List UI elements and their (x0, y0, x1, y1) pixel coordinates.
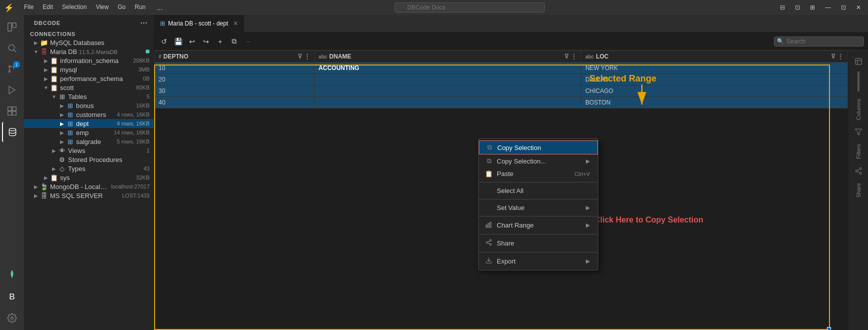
copy-button[interactable]: ⧉ (228, 36, 240, 48)
settings-activity-icon[interactable] (2, 308, 22, 328)
svg-point-31 (855, 170, 857, 172)
window-close[interactable]: ✕ (853, 3, 864, 12)
sidebar-content: CONNECTIONS 📁 MySQL Databases 🗄 Maria DB… (24, 29, 154, 330)
layout-icon[interactable] (851, 54, 865, 68)
sidebar-item-emp[interactable]: ⊞ emp 14 rows, 16KB (24, 128, 154, 137)
undo-button[interactable]: ↩ (186, 36, 198, 48)
table-row[interactable]: 20 DALLAS (155, 74, 848, 86)
sidebar-item-mysql-db[interactable]: 📋 mysql 3MB (24, 65, 154, 74)
search-wrap: 🔍 (774, 36, 864, 46)
mongo-activity-icon[interactable] (2, 264, 22, 284)
extensions-activity-icon[interactable] (2, 101, 22, 121)
loc-filter-icon[interactable]: ⊽ (831, 53, 835, 60)
redo-button[interactable]: ↪ (200, 36, 212, 48)
ctx-item-copy-selection[interactable]: ⧉ Copy Selection (479, 140, 598, 154)
ctx-item-share[interactable]: Share (479, 236, 598, 250)
customers-table-icon: ⊞ (66, 110, 74, 118)
table-row[interactable]: 30 CHICAGO (155, 86, 848, 97)
sidebar-item-mongodb[interactable]: 🍃 MongoDB - Localhost localhost:27017 (24, 182, 154, 191)
paste-shortcut: Ctrl+V (574, 171, 590, 177)
sidebar-item-customers[interactable]: ⊞ customers 4 rows, 16KB (24, 110, 154, 119)
ctx-item-select-all[interactable]: Select All (479, 184, 598, 197)
save-button[interactable]: 💾 (172, 36, 184, 48)
sidebar-item-information-schema[interactable]: 📋 information_schema 208KB (24, 56, 154, 65)
sidebar-item-tables[interactable]: ⊞ Tables 5 (24, 92, 154, 101)
info-schema-meta: 208KB (133, 58, 150, 64)
ctx-separator-5 (479, 252, 598, 252)
filter-panel-icon[interactable] (851, 125, 865, 139)
source-control-activity-icon[interactable]: 1 (2, 59, 22, 79)
sidebar-item-stored-procedures[interactable]: ⚙ Stored Procedures (24, 155, 154, 164)
dbcode-activity-icon[interactable] (2, 122, 22, 142)
table-search-input[interactable] (774, 36, 864, 46)
window-maximize[interactable]: ⊡ (838, 3, 849, 12)
share-panel-icon[interactable] (851, 164, 865, 178)
sidebar-item-scott[interactable]: 📋 scott 80KB (24, 83, 154, 92)
sidebar-more-button[interactable]: ··· (141, 19, 148, 27)
sidebar-item-types[interactable]: ◇ Types 43 (24, 164, 154, 173)
sidebar-item-salgrade[interactable]: ⊞ salgrade 5 rows, 16KB (24, 137, 154, 146)
svg-line-3 (14, 50, 17, 52)
search-activity-icon[interactable] (2, 38, 22, 58)
sidebar-item-performance-schema[interactable]: 📋 performance_schema 0B (24, 74, 154, 83)
sidebar-item-sys[interactable]: 📋 sys 32KB (24, 173, 154, 182)
deptno-type-icon: # (159, 54, 162, 60)
perf-schema-icon: 📋 (50, 74, 58, 82)
ctx-item-copy-selection-opts[interactable]: ⧉ Copy Selection... ▶ (479, 154, 598, 168)
svg-point-4 (9, 66, 10, 67)
ctx-item-paste[interactable]: 📋 Paste Ctrl+V (479, 168, 598, 180)
menu-view[interactable]: View (92, 2, 113, 12)
sidebar-item-bonus[interactable]: ⊞ bonus 16KB (24, 101, 154, 110)
tab-close-button[interactable]: ✕ (233, 20, 238, 27)
sidebar-item-mssql[interactable]: 🗄 MS SQL SERVER LOST:1433 (24, 191, 154, 200)
menu-run[interactable]: Run (131, 2, 150, 12)
sidebar-item-dept[interactable]: ⊞ dept 4 rows, 16KB (24, 119, 154, 128)
ctx-item-chart-range[interactable]: Chart Range ▶ (479, 218, 598, 232)
window-minimize[interactable]: — (822, 3, 834, 12)
explorer-activity-icon[interactable] (2, 17, 22, 37)
sidebar-title: DBCODE (34, 20, 61, 26)
content-area: ⊞ Maria DB - scott - dept ✕ ↺ 💾 ↩ ↪ + ⧉ … (154, 15, 868, 330)
filters-panel-button[interactable]: Filters (853, 140, 863, 163)
delete-button[interactable]: − (242, 36, 254, 48)
tab-mariadb-dept[interactable]: ⊞ Maria DB - scott - dept ✕ (154, 15, 245, 32)
layout-toggle[interactable]: ⊟ (777, 3, 788, 12)
titlebar: ⚡ File Edit Selection View Go Run ... 🔍 … (0, 0, 868, 15)
loc-more-icon[interactable]: ⋮ (837, 53, 843, 60)
menu-selection[interactable]: Selection (58, 2, 91, 12)
sys-meta: 32KB (136, 174, 150, 180)
ctx-item-set-value[interactable]: Set Value ▶ (479, 202, 598, 214)
svg-rect-19 (490, 222, 491, 228)
table-row[interactable]: 10 ACCOUNTING NEW YORK (155, 62, 848, 74)
menu-more[interactable]: ... (153, 2, 167, 12)
sidebar-item-mysql[interactable]: 📁 MySQL Databases (24, 38, 154, 47)
bonus-meta: 16KB (136, 102, 150, 108)
col-header-loc: abc LOC ⊽ ⋮ (581, 51, 847, 62)
svg-point-30 (859, 168, 861, 170)
layout-split[interactable]: ⊡ (792, 3, 803, 12)
columns-panel-button[interactable]: Columns (853, 94, 863, 124)
mariadb-connected-dot (146, 50, 150, 54)
svg-point-5 (9, 70, 10, 72)
dname-filter-icon[interactable]: ⊽ (564, 53, 569, 60)
refresh-button[interactable]: ↺ (158, 36, 170, 48)
account-activity-icon[interactable]: B (2, 287, 22, 307)
sidebar-item-mariadb[interactable]: 🗄 Maria DB 11.5.2-MariaDB (24, 47, 154, 56)
bonus-chevron-icon (58, 102, 66, 110)
menu-edit[interactable]: Edit (39, 2, 57, 12)
menu-file[interactable]: File (20, 2, 38, 12)
menu-go[interactable]: Go (114, 2, 130, 12)
run-debug-activity-icon[interactable] (2, 80, 22, 100)
ctx-item-export[interactable]: Export ▶ (479, 254, 598, 268)
dname-more-icon[interactable]: ⋮ (571, 53, 577, 60)
table-row[interactable]: 40 BOSTON (155, 97, 848, 108)
sidebar-item-views[interactable]: 👁 Views 1 (24, 146, 154, 155)
mongodb-chevron-icon (32, 182, 40, 190)
layout-grid[interactable]: ⊞ (807, 3, 818, 12)
deptno-more-icon[interactable]: ⋮ (304, 53, 310, 60)
add-row-button[interactable]: + (214, 36, 226, 48)
titlebar-search-input[interactable] (395, 2, 545, 12)
mssql-chevron-icon (32, 192, 40, 200)
deptno-filter-icon[interactable]: ⊽ (298, 53, 302, 60)
share-panel-button[interactable]: Share (853, 179, 863, 202)
